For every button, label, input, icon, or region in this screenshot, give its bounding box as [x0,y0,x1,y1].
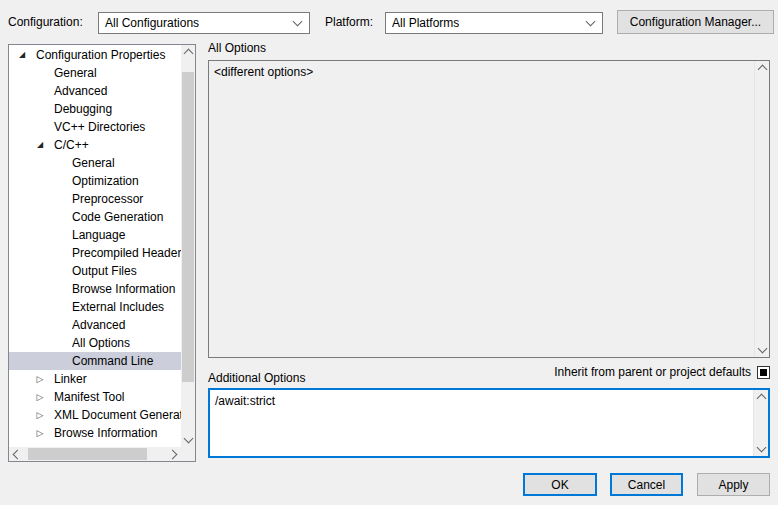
configuration-tree: ◢Configuration PropertiesGeneralAdvanced… [8,44,196,462]
tree-item-label: All Options [72,336,130,350]
cancel-button[interactable]: Cancel [610,473,683,496]
tree-rows: ◢Configuration PropertiesGeneralAdvanced… [9,46,181,447]
configuration-label: Configuration: [8,15,83,29]
scroll-right-icon[interactable] [167,447,181,461]
tree-collapsed-icon[interactable]: ▷ [33,388,47,406]
configuration-dropdown-value: All Configurations [105,16,199,30]
tree-item-precompiled-header[interactable]: Precompiled Header [9,244,181,262]
all-options-scrollbar[interactable] [754,61,769,357]
tree-item-label: Command Line [72,354,153,368]
tree-item-label: C/C++ [54,138,89,152]
tree-expanded-icon[interactable]: ◢ [15,46,29,64]
scrollbar-thumb[interactable] [182,72,194,382]
tree-item-c-c-[interactable]: ◢C/C++ [9,136,181,154]
tree-item-label: Code Generation [72,210,163,224]
tree-item-label: Optimization [72,174,139,188]
tree-collapsed-icon[interactable]: ▷ [33,406,47,424]
tree-item-label: XML Document Generator [54,408,181,422]
tree-item-label: External Includes [72,300,164,314]
tree-item-general[interactable]: General [9,154,181,172]
scroll-down-icon[interactable] [181,433,195,447]
scrollbar-thumb[interactable] [28,448,147,460]
inherit-checkbox[interactable] [757,366,770,379]
tree-item-general[interactable]: General [9,64,181,82]
tree-horizontal-scrollbar[interactable] [9,447,181,461]
tree-item-advanced[interactable]: Advanced [9,82,181,100]
scroll-up-icon[interactable] [755,61,769,75]
tree-item-label: Browse Information [54,426,157,440]
tree-item-preprocessor[interactable]: Preprocessor [9,190,181,208]
additional-options-value: /await:strict [210,390,754,456]
tree-item-all-options[interactable]: All Options [9,334,181,352]
tree-item-language[interactable]: Language [9,226,181,244]
tree-item-debugging[interactable]: Debugging [9,100,181,118]
apply-button[interactable]: Apply [697,473,770,496]
tree-expanded-icon[interactable]: ◢ [33,136,47,154]
tree-item-label: Precompiled Header [72,246,181,260]
inherit-defaults-row: Inherit from parent or project defaults [554,365,770,379]
tree-item-label: Linker [54,372,87,386]
scroll-down-icon[interactable] [755,343,769,357]
tree-item-browse-information[interactable]: ▷Browse Information [9,424,181,442]
chevron-down-icon [586,17,596,27]
scroll-up-icon[interactable] [181,45,195,59]
tree-collapsed-icon[interactable]: ▷ [33,424,47,442]
tree-item-manifest-tool[interactable]: ▷Manifest Tool [9,388,181,406]
tree-collapsed-icon[interactable]: ▷ [33,370,47,388]
tree-item-configuration-properties[interactable]: ◢Configuration Properties [9,46,181,64]
tree-item-advanced[interactable]: Advanced [9,316,181,334]
all-options-label: All Options [208,41,266,55]
tree-item-browse-information[interactable]: Browse Information [9,280,181,298]
chevron-down-icon [293,17,303,27]
tree-item-label: Language [72,228,125,242]
tree-item-label: General [72,156,115,170]
inherit-defaults-label: Inherit from parent or project defaults [554,365,751,379]
configuration-dropdown[interactable]: All Configurations [98,12,310,34]
tree-item-label: Output Files [72,264,137,278]
checkbox-indeterminate-mark [760,369,767,376]
additional-options-textarea[interactable]: /await:strict [208,388,770,458]
scroll-up-icon[interactable] [754,390,768,404]
tree-item-xml-document-generator[interactable]: ▷XML Document Generator [9,406,181,424]
tree-item-vc-directories[interactable]: VC++ Directories [9,118,181,136]
tree-item-external-includes[interactable]: External Includes [9,298,181,316]
tree-item-label: Manifest Tool [54,390,124,404]
tree-item-label: Advanced [54,84,107,98]
tree-item-label: Preprocessor [72,192,143,206]
scrollbar-corner [181,447,195,461]
platform-dropdown[interactable]: All Platforms [385,12,603,34]
configuration-manager-button[interactable]: Configuration Manager... [617,10,774,34]
tree-item-label: Configuration Properties [36,48,165,62]
tree-item-label: General [54,66,97,80]
all-options-textarea[interactable]: <different options> [208,60,770,358]
additional-options-label: Additional Options [208,371,305,385]
platform-dropdown-value: All Platforms [392,16,459,30]
tree-item-label: Browse Information [72,282,175,296]
tree-item-code-generation[interactable]: Code Generation [9,208,181,226]
tree-item-linker[interactable]: ▷Linker [9,370,181,388]
platform-label: Platform: [325,15,373,29]
scroll-down-icon[interactable] [754,442,768,456]
tree-item-command-line[interactable]: Command Line [9,352,181,370]
property-pages-dialog: Configuration: All Configurations Platfo… [0,0,778,505]
tree-item-output-files[interactable]: Output Files [9,262,181,280]
ok-button[interactable]: OK [523,473,597,496]
additional-options-scrollbar[interactable] [753,390,768,456]
tree-item-label: Advanced [72,318,125,332]
scroll-left-icon[interactable] [9,447,23,461]
tree-item-optimization[interactable]: Optimization [9,172,181,190]
tree-vertical-scrollbar[interactable] [181,45,195,447]
all-options-value: <different options> [209,61,755,357]
tree-item-label: VC++ Directories [54,120,145,134]
tree-item-label: Debugging [54,102,112,116]
